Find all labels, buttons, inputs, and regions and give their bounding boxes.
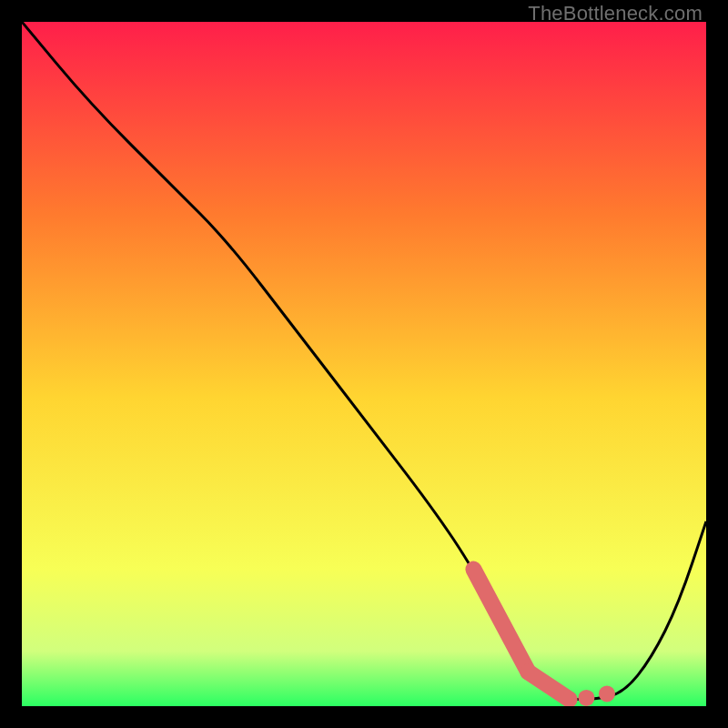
chart-frame [22, 22, 706, 706]
highlight-dot [599, 685, 615, 702]
highlight-dot [578, 690, 594, 706]
bottleneck-chart [22, 22, 706, 706]
gradient-background [22, 22, 706, 706]
